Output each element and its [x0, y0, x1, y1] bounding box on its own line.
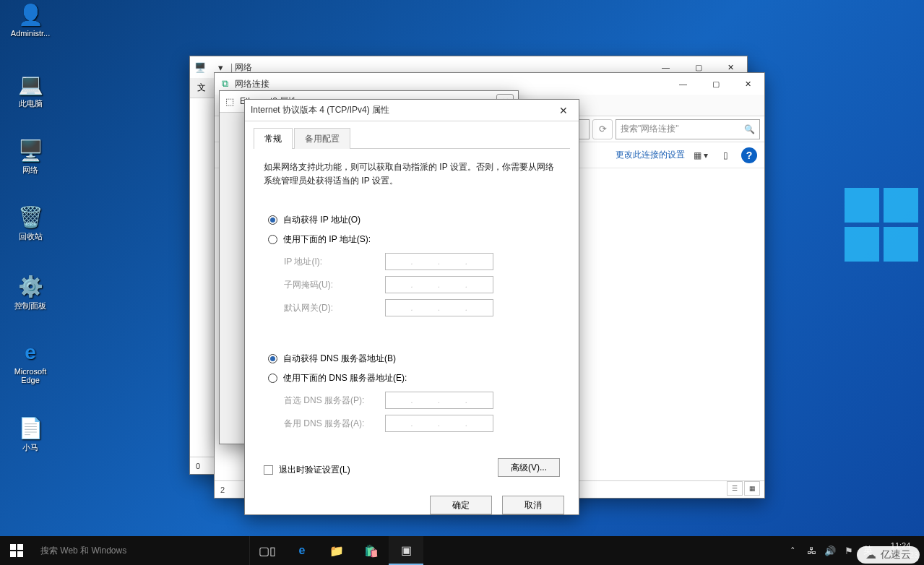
radio-icon	[268, 215, 277, 225]
network-icon: 🖥️	[194, 61, 206, 73]
taskbar-edge[interactable]: e	[285, 536, 319, 565]
minimize-button[interactable]: —	[667, 73, 699, 95]
desktop-icon-label: 网络	[4, 165, 56, 176]
dialog-ipv4-properties: Internet 协议版本 4 (TCP/IPv4) 属性 ✕ 常规 备用配置 …	[244, 99, 579, 515]
input-subnet-mask: ...	[385, 276, 493, 293]
radio-auto-ip[interactable]: 自动获得 IP 地址(O)	[268, 214, 556, 226]
label-ip-address: IP 地址(I):	[284, 256, 385, 268]
close-button[interactable]: ✕	[732, 73, 764, 95]
radio-icon	[268, 374, 277, 383]
input-dns-primary: ...	[385, 392, 493, 409]
desktop-icon-label: 回收站	[4, 231, 56, 242]
app-icon: 📄	[16, 415, 45, 441]
refresh-button[interactable]: ⟳	[592, 119, 613, 139]
start-button[interactable]	[0, 536, 33, 565]
checkbox-label: 退出时验证设置(L)	[279, 464, 350, 476]
search-placeholder: 搜索 Web 和 Windows	[40, 545, 126, 557]
ok-button[interactable]: 确定	[430, 496, 492, 514]
desktop-icon-label: 小马	[4, 442, 56, 453]
advanced-button[interactable]: 高级(V)...	[498, 458, 560, 477]
desktop-icon-label: 控制面板	[4, 301, 56, 311]
user-folder-icon: 👤	[16, 1, 45, 27]
titlebar[interactable]: Internet 协议版本 4 (TCP/IPv4) 属性 ✕	[245, 100, 579, 121]
label-dns-secondary: 备用 DNS 服务器(A):	[284, 418, 385, 430]
radio-label: 自动获得 IP 地址(O)	[283, 214, 360, 226]
input-gateway: ...	[385, 299, 493, 316]
ip-settings-group: 自动获得 IP 地址(O) 使用下面的 IP 地址(S): IP 地址(I):.…	[264, 204, 560, 329]
tray-overflow-button[interactable]: ˄	[783, 536, 802, 565]
radio-auto-dns[interactable]: 自动获得 DNS 服务器地址(B)	[268, 353, 556, 365]
desktop-icon-label: Microsoft Edge	[4, 367, 56, 384]
window-title: 网络连接	[235, 78, 667, 90]
tray-volume-icon[interactable]: 🔊	[821, 536, 839, 565]
description-text: 如果网络支持此功能，则可以获取自动指派的 IP 设置。否则，你需要从网络系统管理…	[264, 160, 560, 188]
search-box[interactable]: 搜索"网络连接" 🔍	[616, 119, 760, 139]
help-button[interactable]: ?	[741, 147, 757, 163]
preview-pane-button[interactable]: ▯	[717, 147, 734, 164]
input-dns-secondary: ...	[385, 415, 493, 432]
watermark: ☁ 亿速云	[857, 546, 920, 564]
radio-icon	[268, 235, 277, 244]
network-connections-icon: ⧉	[219, 78, 230, 90]
taskbar: 搜索 Web 和 Windows ▢▯ e 📁 🛍️ ▣ ˄ 🖧 🔊 ⚑ 英 1…	[0, 536, 924, 565]
desktop-icon-xiaoma[interactable]: 📄小马	[4, 415, 56, 453]
label-gateway: 默认网关(D):	[284, 302, 385, 314]
maximize-button[interactable]: ▢	[699, 73, 732, 95]
dropdown-icon[interactable]: ▾	[215, 61, 226, 73]
desktop-icon-recycle-bin[interactable]: 🗑️回收站	[4, 204, 56, 242]
taskbar-store[interactable]: 🛍️	[354, 536, 389, 565]
window-title: 网络	[235, 62, 252, 72]
input-ip-address: ...	[385, 253, 493, 270]
desktop-icon-control-panel[interactable]: ⚙️控制面板	[4, 273, 56, 311]
checkbox-validate-on-exit[interactable]: 退出时验证设置(L)	[264, 464, 350, 476]
desktop-icon-edge[interactable]: eMicrosoft Edge	[4, 340, 56, 384]
tray-flag-icon[interactable]: ⚑	[839, 536, 858, 565]
tab-alternate[interactable]: 备用配置	[294, 128, 350, 149]
change-connection-settings-link[interactable]: 更改此连接的设置	[616, 149, 685, 161]
desktop-icon-this-pc[interactable]: 💻此电脑	[4, 71, 56, 109]
watermark-text: 亿速云	[881, 548, 911, 561]
tab-content: 如果网络支持此功能，则可以获取自动指派的 IP 设置。否则，你需要从网络系统管理…	[245, 149, 579, 487]
recycle-bin-icon: 🗑️	[16, 204, 45, 230]
edge-icon: e	[16, 340, 45, 366]
desktop-icon-label: Administr...	[4, 29, 56, 38]
dialog-title: Internet 协议版本 4 (TCP/IPv4) 属性	[245, 104, 548, 116]
taskbar-search[interactable]: 搜索 Web 和 Windows	[33, 536, 250, 565]
label-dns-primary: 首选 DNS 服务器(P):	[284, 394, 385, 407]
radio-label: 使用下面的 IP 地址(S):	[283, 233, 371, 246]
cancel-button[interactable]: 取消	[502, 496, 564, 514]
cloud-icon: ☁	[865, 548, 876, 561]
radio-manual-ip[interactable]: 使用下面的 IP 地址(S):	[268, 233, 556, 246]
desktop-icon-network[interactable]: 🖥️网络	[4, 137, 56, 176]
search-placeholder: 搜索"网络连接"	[621, 123, 679, 135]
view-options-button[interactable]: ▦ ▾	[692, 147, 709, 164]
network-icon: 🖥️	[16, 137, 45, 163]
label-subnet-mask: 子网掩码(U):	[284, 279, 385, 291]
desktop-icon-label: 此电脑	[4, 98, 56, 109]
adapter-icon: ⬚	[224, 96, 236, 108]
windows-icon	[10, 544, 23, 557]
desktop-icon-administrator[interactable]: 👤Administr...	[4, 1, 56, 38]
view-details-button[interactable]: ☰	[727, 481, 743, 496]
task-view-button[interactable]: ▢▯	[250, 536, 285, 565]
dialog-footer: 确定 取消	[245, 487, 579, 525]
search-icon: 🔍	[744, 124, 755, 134]
tray-network-icon[interactable]: 🖧	[802, 536, 821, 565]
tab-bar: 常规 备用配置	[254, 127, 570, 149]
taskbar-active-window[interactable]: ▣	[389, 536, 423, 565]
taskbar-explorer[interactable]: 📁	[319, 536, 354, 565]
view-icons-button[interactable]: ▦	[744, 481, 760, 496]
control-panel-icon: ⚙️	[16, 273, 45, 299]
radio-icon	[268, 354, 277, 363]
radio-label: 使用下面的 DNS 服务器地址(E):	[283, 372, 407, 384]
close-button[interactable]: ✕	[548, 100, 579, 121]
radio-manual-dns[interactable]: 使用下面的 DNS 服务器地址(E):	[268, 372, 556, 384]
radio-label: 自动获得 DNS 服务器地址(B)	[283, 353, 396, 365]
pc-icon: 💻	[16, 71, 45, 97]
tab-general[interactable]: 常规	[254, 128, 293, 149]
dns-settings-group: 自动获得 DNS 服务器地址(B) 使用下面的 DNS 服务器地址(E): 首选…	[264, 342, 560, 445]
checkbox-icon	[264, 465, 273, 475]
